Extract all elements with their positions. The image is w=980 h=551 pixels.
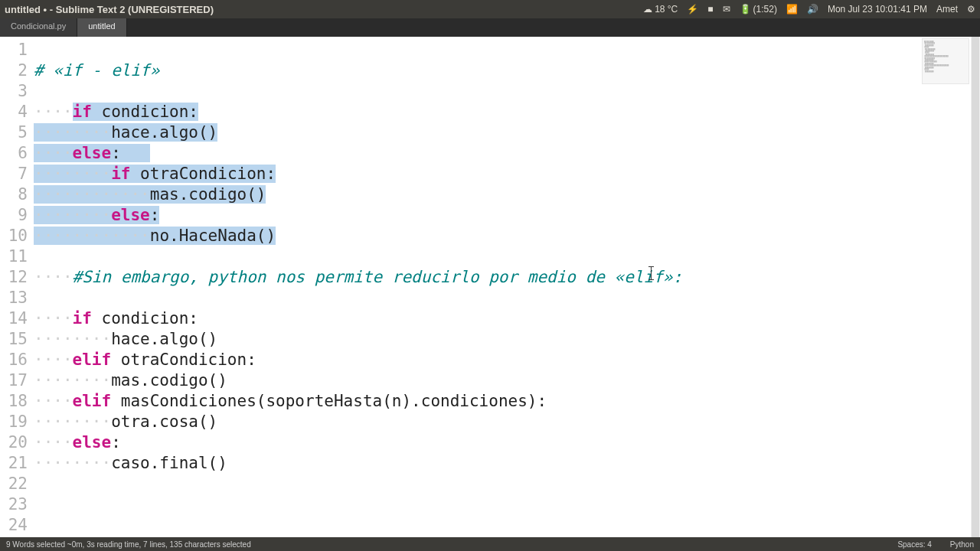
status-selection-info: 9 Words selected ~0m, 3s reading time, 7… bbox=[6, 540, 251, 549]
clock[interactable]: Mon Jul 23 10:01:41 PM bbox=[828, 4, 927, 15]
code-line bbox=[34, 288, 980, 308]
battery-icon: 🔋 bbox=[740, 4, 751, 15]
minimap[interactable]: ██ ██ ████ ██ ███████ ████████ ████ ██ █… bbox=[922, 38, 969, 84]
bolt-icon: ⚡ bbox=[687, 4, 698, 15]
code-line: ············mas.codigo() bbox=[34, 184, 980, 205]
code-line: ········if otraCondicion: bbox=[34, 164, 980, 184]
code-line: ········hace.algo() bbox=[34, 122, 980, 143]
code-line: ········caso.final() bbox=[34, 453, 980, 474]
status-bar: 9 Words selected ~0m, 3s reading time, 7… bbox=[0, 537, 980, 551]
battery-indicator[interactable]: 🔋(1:52) bbox=[740, 4, 777, 15]
tab-bar: Condicional.py untitled bbox=[0, 18, 980, 37]
status-indent[interactable]: Spaces: 4 bbox=[897, 540, 931, 549]
square-indicator-icon: ■ bbox=[707, 4, 713, 15]
code-line bbox=[34, 515, 980, 536]
line-gutter: 123456789101112131415161718192021222324 bbox=[0, 37, 34, 537]
code-line: # «if - elif» bbox=[34, 60, 980, 81]
code-line bbox=[34, 246, 980, 267]
tab-untitled[interactable]: untitled bbox=[77, 18, 126, 37]
code-line: ····elif masCondiciones(soporteHasta(n).… bbox=[34, 391, 980, 412]
scrollbar-thumb[interactable] bbox=[972, 37, 979, 537]
code-area[interactable]: # «if - elif» ····if condicion:········h… bbox=[34, 37, 980, 537]
vertical-scrollbar[interactable] bbox=[971, 37, 980, 537]
code-line: ············no.HaceNada() bbox=[34, 226, 980, 246]
volume-icon[interactable]: 🔊 bbox=[807, 4, 818, 15]
code-line: ········else: bbox=[34, 205, 980, 226]
user-menu[interactable]: Amet bbox=[936, 4, 958, 15]
editor[interactable]: 123456789101112131415161718192021222324 … bbox=[0, 37, 980, 537]
system-tray: ☁ 18 °C ⚡ ■ ✉ 🔋(1:52) 📶 🔊 Mon Jul 23 10:… bbox=[643, 4, 975, 15]
tab-condicional[interactable]: Condicional.py bbox=[0, 18, 77, 37]
code-line bbox=[34, 40, 980, 60]
weather-indicator[interactable]: ☁ 18 °C bbox=[643, 4, 678, 15]
window-title: untitled • - Sublime Text 2 (UNREGISTERE… bbox=[5, 4, 643, 15]
code-line: ····else: bbox=[34, 143, 980, 164]
code-line bbox=[34, 81, 980, 102]
network-icon[interactable]: 📶 bbox=[786, 4, 798, 15]
code-line: ········hace.algo() bbox=[34, 329, 980, 350]
titlebar: untitled • - Sublime Text 2 (UNREGISTERE… bbox=[0, 0, 980, 18]
code-line: ····elif otraCondicion: bbox=[34, 350, 980, 370]
cloud-icon: ☁ bbox=[643, 4, 652, 15]
code-line: ····#Sin embargo, python nos permite red… bbox=[34, 267, 980, 288]
code-line: ········mas.codigo() bbox=[34, 370, 980, 391]
code-line: ····if condicion: bbox=[34, 102, 980, 122]
mail-icon[interactable]: ✉ bbox=[723, 4, 730, 15]
code-line: ········otra.cosa() bbox=[34, 412, 980, 432]
code-line: ····if condicion: bbox=[34, 308, 980, 329]
code-line bbox=[34, 474, 980, 494]
status-language[interactable]: Python bbox=[950, 540, 974, 549]
gear-icon[interactable]: ⚙ bbox=[967, 4, 975, 15]
code-line bbox=[34, 494, 980, 515]
code-line: ····else: bbox=[34, 432, 980, 453]
